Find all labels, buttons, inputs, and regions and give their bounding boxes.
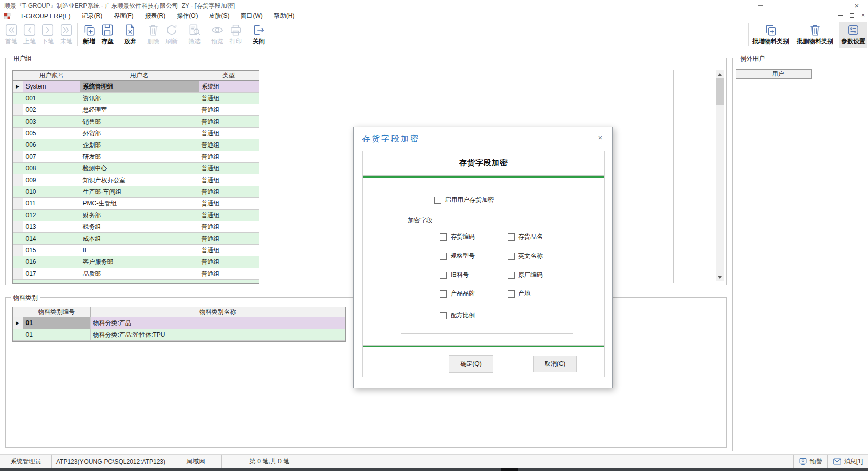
table-row[interactable]: 009知识产权办公室普通组 <box>13 174 259 186</box>
add-copy-icon <box>764 23 777 37</box>
field-checkbox-row: 产品品牌 <box>440 289 475 298</box>
menu-item-report[interactable]: 报表(R) <box>139 10 171 22</box>
dialog-close-button[interactable]: × <box>595 132 605 142</box>
print-button: 打印 <box>227 22 245 48</box>
grid-right-edge <box>673 70 674 283</box>
field-checkbox-row: 配方比例 <box>440 311 475 320</box>
trash-icon <box>147 23 160 37</box>
table-row[interactable]: 010生产部-车间组普通组 <box>13 186 259 198</box>
scroll-up-button[interactable] <box>716 70 724 78</box>
table-row[interactable]: 002总经理室普通组 <box>13 104 259 116</box>
scroll-down-button[interactable] <box>716 273 724 281</box>
table-row[interactable]: 007研发部普通组 <box>13 151 259 163</box>
col-category-name: 物料类别名称 <box>90 307 345 317</box>
mdi-window-controls: × <box>838 12 865 18</box>
status-connection: ATP123(YOUNG-PC\SQL2012:ATP123) <box>52 455 170 468</box>
oem-code-checkbox[interactable] <box>508 272 515 279</box>
close-form-button[interactable]: 关闭 <box>249 22 268 48</box>
vertical-scrollbar[interactable] <box>716 70 724 281</box>
scroll-down-icon <box>718 276 722 279</box>
material-category-grid: 物料类别编号 物料类别名称 ▶ 01 物料分类:产品 01 物料分类:产品:弹性… <box>12 307 346 342</box>
menu-item-skin[interactable]: 皮肤(S) <box>203 10 235 22</box>
product-brand-checkbox[interactable] <box>440 290 447 298</box>
mdi-restore-icon[interactable] <box>850 13 854 18</box>
menu-item-operation[interactable]: 操作(O) <box>171 10 203 22</box>
restore-button[interactable] <box>813 0 830 10</box>
minimize-button[interactable] <box>752 0 769 10</box>
skip-first-icon <box>5 23 18 37</box>
table-row[interactable]: 017品质部普通组 <box>13 268 259 280</box>
mdi-minimize-icon[interactable] <box>838 15 843 16</box>
toolbar-right: 批增物料类别 批删物料类别 参数设置 <box>746 22 868 48</box>
table-row[interactable]: 011PMC-生管组普通组 <box>13 198 259 210</box>
user-group-panel-title: 用户组 <box>11 54 34 63</box>
table-row[interactable]: 006企划部普通组 <box>13 139 259 151</box>
table-row[interactable]: 014成本组普通组 <box>13 233 259 245</box>
origin-checkbox[interactable] <box>508 290 515 298</box>
menu-item-tgroup[interactable]: T-GROUP ERP(E) <box>15 11 76 21</box>
exception-users-grid: 用户 <box>736 69 812 79</box>
prev-icon <box>23 23 36 37</box>
exit-icon <box>252 23 265 37</box>
formula-ratio-checkbox[interactable] <box>440 312 447 319</box>
field-checkbox-row: 存货品名 <box>508 232 543 241</box>
field-checkbox-row: 英文名称 <box>508 252 543 260</box>
discard-button[interactable]: 放弃 <box>121 22 139 48</box>
toolbar-left: 首笔 上笔 下笔 末笔 新增 存盘 <box>0 22 268 48</box>
enable-encryption-label: 启用用户存货加密 <box>445 196 494 204</box>
table-row[interactable]: 01 物料分类:产品:弹性体:TPU <box>13 329 345 341</box>
table-row[interactable]: 016客户服务部普通组 <box>13 256 259 268</box>
inventory-name-checkbox[interactable] <box>508 233 515 241</box>
next-icon <box>41 23 54 37</box>
bottom-edge-strip <box>0 468 868 471</box>
table-row[interactable]: 015IE普通组 <box>13 245 259 256</box>
old-part-number-checkbox[interactable] <box>440 272 447 279</box>
filter-search-icon <box>188 23 201 37</box>
batch-add-category-button[interactable]: 批增物料类别 <box>751 22 791 48</box>
table-row[interactable]: 001资讯部普通组 <box>13 93 259 104</box>
window-title: 顺景『T-GROUP』制造业ERP系统 - 广东顺景软件科技有限公司_ZY - … <box>4 2 235 10</box>
last-record-button: 末笔 <box>57 22 75 48</box>
toolbar-separator <box>77 23 78 46</box>
status-record-count: 第 0 笔,共 0 笔 <box>222 455 317 468</box>
english-name-checkbox[interactable] <box>508 253 515 260</box>
material-category-panel-title: 物料类别 <box>11 293 40 302</box>
scrollbar-thumb[interactable] <box>716 78 724 105</box>
status-message[interactable]: 消息[1] <box>827 455 868 468</box>
status-user: 系统管理员 <box>0 455 52 468</box>
spec-model-checkbox[interactable] <box>440 253 447 260</box>
field-checkbox-row: 产地 <box>508 289 530 298</box>
inventory-code-checkbox[interactable] <box>440 233 447 241</box>
new-button[interactable]: 新增 <box>80 22 98 48</box>
row-marker-header <box>13 71 23 81</box>
close-button[interactable]: × <box>848 0 865 10</box>
table-row[interactable]: 012财务部普通组 <box>13 210 259 221</box>
batch-delete-category-button[interactable]: 批删物料类别 <box>795 22 835 48</box>
menu-item-window[interactable]: 窗口(W) <box>235 10 268 22</box>
table-row[interactable]: 008检测中心普通组 <box>13 163 259 174</box>
ok-button[interactable]: 确定(Q) <box>449 356 493 372</box>
toolbar-separator <box>837 23 837 46</box>
message-envelope-icon <box>833 457 842 466</box>
status-alert[interactable]: 预警 <box>793 455 827 468</box>
menu-item-help[interactable]: 帮助(H) <box>268 10 300 22</box>
first-record-button: 首笔 <box>2 22 20 48</box>
field-checkbox-row: 旧料号 <box>440 271 469 279</box>
menu-item-interface[interactable]: 界面(F) <box>108 10 139 22</box>
trash-icon <box>808 23 822 37</box>
table-row <box>13 280 259 284</box>
table-row[interactable]: 003销售部普通组 <box>13 116 259 128</box>
eye-icon <box>211 23 224 37</box>
mdi-close-icon[interactable]: × <box>861 12 865 18</box>
table-row[interactable]: 013税务组普通组 <box>13 221 259 233</box>
table-row[interactable]: 005外贸部普通组 <box>13 128 259 139</box>
table-row[interactable]: ▶ System 系统管理组 系统组 <box>13 81 259 93</box>
menu-item-record[interactable]: 记录(R) <box>76 10 108 22</box>
table-row[interactable]: ▶ 01 物料分类:产品 <box>13 317 345 329</box>
skip-last-icon <box>60 23 73 37</box>
erp-window: 顺景『T-GROUP』制造业ERP系统 - 广东顺景软件科技有限公司_ZY - … <box>0 0 868 471</box>
save-button[interactable]: 存盘 <box>98 22 117 48</box>
enable-encryption-checkbox[interactable] <box>434 197 441 204</box>
parameter-settings-button[interactable]: 参数设置 <box>839 22 867 48</box>
cancel-button[interactable]: 取消(C) <box>533 356 577 372</box>
